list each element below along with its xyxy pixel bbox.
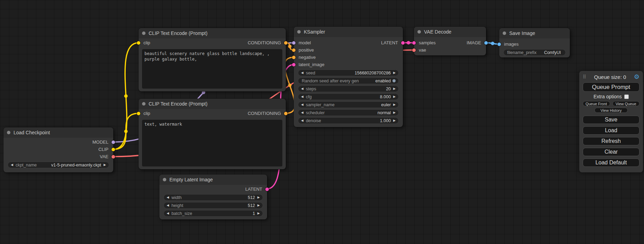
node-title-bar[interactable]: Load Checkpoint bbox=[3, 127, 113, 138]
settings-gear-icon[interactable]: ⚙ bbox=[634, 74, 639, 80]
decrement-arrow-icon[interactable]: ◀ bbox=[301, 103, 303, 106]
view-queue-button[interactable]: View Queue bbox=[612, 101, 640, 106]
node-ksampler[interactable]: KSampler model LATENT positive negative … bbox=[294, 27, 403, 127]
node-collapse-dot[interactable] bbox=[142, 102, 145, 106]
node-title-bar[interactable]: CLIP Text Encode (Prompt) bbox=[139, 28, 286, 38]
prompt-textarea[interactable]: text, watermark bbox=[142, 120, 282, 166]
widget-random-seed-toggle[interactable]: Random seed after every gen enabled bbox=[298, 78, 399, 84]
refresh-button[interactable]: Refresh bbox=[583, 137, 639, 145]
output-slot-vae: VAE bbox=[3, 153, 113, 160]
input-dot-samples[interactable] bbox=[412, 41, 416, 45]
decrement-arrow-icon[interactable]: ◀ bbox=[301, 119, 303, 122]
output-dot-latent[interactable] bbox=[265, 188, 269, 191]
prompt-textarea[interactable]: beautiful scenery nature glass bottle la… bbox=[142, 49, 282, 89]
input-dot-images[interactable] bbox=[497, 43, 501, 46]
node-title-bar[interactable]: VAE Decode bbox=[414, 27, 486, 37]
node-title-bar[interactable]: KSampler bbox=[294, 27, 403, 37]
widget-steps[interactable]: ◀ steps 20 ▶ bbox=[298, 85, 399, 92]
widget-batch-size[interactable]: ◀ batch_size 1 ▶ bbox=[164, 210, 263, 217]
clear-button[interactable]: Clear bbox=[583, 148, 639, 156]
increment-arrow-icon[interactable]: ▶ bbox=[104, 163, 106, 166]
node-collapse-dot[interactable] bbox=[503, 31, 506, 35]
input-dot-clip[interactable] bbox=[137, 41, 140, 45]
input-dot-vae[interactable] bbox=[412, 48, 416, 52]
increment-arrow-icon[interactable]: ▶ bbox=[257, 204, 260, 207]
decrement-arrow-icon[interactable]: ◀ bbox=[301, 95, 303, 98]
view-history-button[interactable]: View History bbox=[594, 108, 628, 113]
link-midpoint-dot bbox=[491, 42, 494, 45]
widget-scheduler[interactable]: ◀ scheduler normal ▶ bbox=[298, 109, 399, 116]
output-dot-model[interactable] bbox=[112, 141, 115, 144]
node-save-image[interactable]: Save Image images filename_prefix ComfyU… bbox=[499, 28, 570, 57]
node-title-bar[interactable]: Empty Latent Image bbox=[159, 174, 267, 185]
decrement-arrow-icon[interactable]: ◀ bbox=[167, 212, 169, 215]
decrement-arrow-icon[interactable]: ◀ bbox=[167, 204, 169, 207]
output-dot-conditioning[interactable] bbox=[284, 112, 288, 115]
increment-arrow-icon[interactable]: ▶ bbox=[257, 196, 260, 199]
increment-arrow-icon[interactable]: ▶ bbox=[393, 119, 396, 122]
increment-arrow-icon[interactable]: ▶ bbox=[393, 111, 396, 114]
slot-label: images bbox=[504, 42, 519, 47]
load-button[interactable]: Load bbox=[583, 126, 639, 135]
node-vae-decode[interactable]: VAE Decode samples IMAGE vae bbox=[414, 27, 486, 55]
widget-value: 156680208700286 bbox=[355, 71, 391, 75]
save-button[interactable]: Save bbox=[583, 116, 639, 124]
input-dot-model[interactable] bbox=[292, 41, 295, 45]
node-title: Load Checkpoint bbox=[14, 130, 50, 135]
node-graph-canvas[interactable]: Load Checkpoint MODEL CLIP VAE ◀ ckpt_na… bbox=[0, 0, 644, 244]
node-clip-text-encode-positive[interactable]: CLIP Text Encode (Prompt) clip CONDITION… bbox=[139, 28, 286, 91]
slot-label: CONDITIONING bbox=[248, 40, 281, 45]
increment-arrow-icon[interactable]: ▶ bbox=[393, 71, 396, 74]
slot-row-clip-conditioning: clip CONDITIONING bbox=[139, 110, 286, 117]
widget-height[interactable]: ◀ height 512 ▶ bbox=[164, 202, 263, 209]
toggle-indicator-dot[interactable] bbox=[392, 79, 396, 82]
node-empty-latent-image[interactable]: Empty Latent Image LATENT ◀ width 512 ▶ … bbox=[159, 174, 267, 219]
widget-cfg[interactable]: ◀ cfg 8.000 ▶ bbox=[298, 93, 399, 100]
input-dot-negative[interactable] bbox=[292, 56, 295, 59]
increment-arrow-icon[interactable]: ▶ bbox=[393, 87, 396, 90]
output-dot-clip[interactable] bbox=[112, 148, 115, 151]
widget-width[interactable]: ◀ width 512 ▶ bbox=[164, 194, 263, 201]
slot-label: samples bbox=[419, 40, 435, 45]
drag-handle-icon[interactable]: ⠿ bbox=[583, 74, 586, 80]
widget-ckpt-name[interactable]: ◀ ckpt_name v1-5-pruned-emaonly.ckpt ▶ bbox=[8, 162, 109, 168]
increment-arrow-icon[interactable]: ▶ bbox=[393, 103, 396, 106]
node-title-bar[interactable]: Save Image bbox=[499, 28, 570, 38]
output-dot-conditioning[interactable] bbox=[284, 41, 288, 45]
node-clip-text-encode-negative[interactable]: CLIP Text Encode (Prompt) clip CONDITION… bbox=[139, 99, 286, 169]
extra-options-checkbox[interactable] bbox=[624, 94, 629, 99]
slot-row-clip-conditioning: clip CONDITIONING bbox=[139, 39, 286, 46]
link-midpoint-dot bbox=[407, 41, 410, 45]
output-dot-image[interactable] bbox=[484, 41, 488, 45]
output-dot-vae[interactable] bbox=[112, 155, 115, 159]
node-collapse-dot[interactable] bbox=[7, 131, 10, 134]
output-dot-latent[interactable] bbox=[401, 41, 405, 45]
queue-front-button[interactable]: Queue Front bbox=[583, 101, 610, 106]
link-midpoint-dot bbox=[288, 84, 292, 87]
node-load-checkpoint[interactable]: Load Checkpoint MODEL CLIP VAE ◀ ckpt_na… bbox=[3, 127, 113, 172]
widget-denoise[interactable]: ◀ denoise 1.000 ▶ bbox=[298, 117, 399, 124]
decrement-arrow-icon[interactable]: ◀ bbox=[301, 71, 303, 74]
decrement-arrow-icon[interactable]: ◀ bbox=[167, 196, 169, 199]
widget-sampler-name[interactable]: ◀ sampler_name euler ▶ bbox=[298, 101, 399, 108]
load-default-button[interactable]: Load Default bbox=[583, 159, 639, 167]
node-collapse-dot[interactable] bbox=[417, 30, 421, 34]
decrement-arrow-icon[interactable]: ◀ bbox=[301, 87, 303, 90]
input-dot-clip[interactable] bbox=[137, 112, 140, 115]
widget-filename-prefix[interactable]: filename_prefix ComfyUI bbox=[503, 49, 566, 56]
increment-arrow-icon[interactable]: ▶ bbox=[257, 212, 260, 215]
input-dot-latent-image[interactable] bbox=[292, 63, 295, 66]
slot-label: vae bbox=[419, 47, 426, 53]
decrement-arrow-icon[interactable]: ◀ bbox=[301, 111, 303, 114]
node-collapse-dot[interactable] bbox=[142, 31, 145, 35]
increment-arrow-icon[interactable]: ▶ bbox=[393, 95, 396, 98]
widget-seed[interactable]: ◀ seed 156680208700286 ▶ bbox=[298, 70, 399, 76]
slot-label: VAE bbox=[100, 154, 108, 159]
node-collapse-dot[interactable] bbox=[297, 30, 301, 34]
widget-name: width bbox=[171, 195, 182, 200]
queue-prompt-button[interactable]: Queue Prompt bbox=[583, 82, 639, 92]
decrement-arrow-icon[interactable]: ◀ bbox=[11, 163, 13, 166]
node-collapse-dot[interactable] bbox=[163, 178, 166, 181]
node-title-bar[interactable]: CLIP Text Encode (Prompt) bbox=[139, 99, 286, 109]
input-dot-positive[interactable] bbox=[292, 48, 295, 52]
